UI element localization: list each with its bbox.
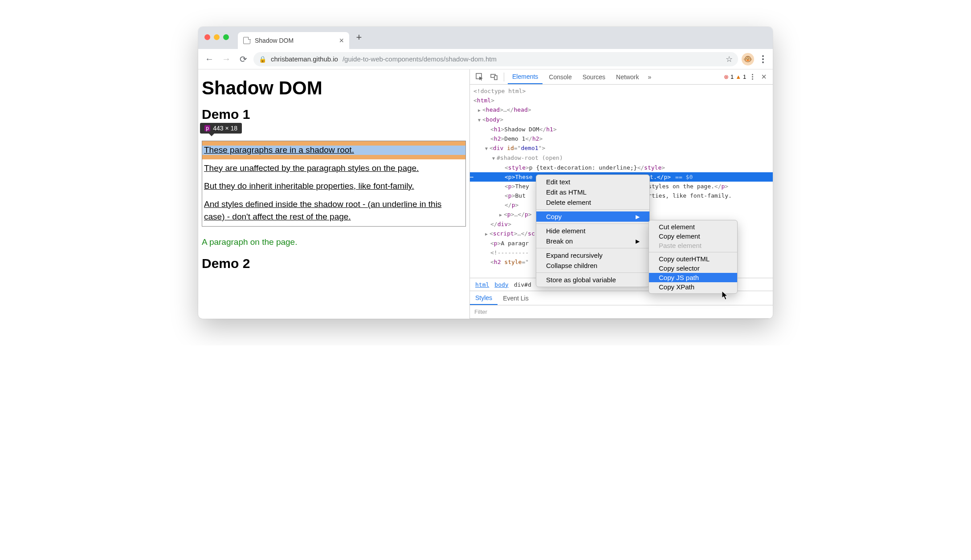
back-button[interactable]: ← — [203, 53, 216, 66]
dom-doctype: <!doctype html> — [473, 88, 526, 94]
browser-menu-button[interactable] — [758, 55, 768, 63]
devtools-tabbar: Elements Console Sources Network » ⊗1 ▲1… — [470, 69, 773, 85]
maximize-window-icon[interactable] — [223, 34, 229, 40]
shadow-paragraph: But they do inherit inheritable properti… — [202, 177, 465, 195]
sub-paste-element: Paste element — [649, 241, 737, 250]
svg-rect-2 — [494, 76, 497, 80]
browser-tab[interactable]: Shadow DOM × — [238, 32, 349, 49]
url-host: chrisbateman.github.io — [271, 55, 338, 63]
ctx-edit-html[interactable]: Edit as HTML — [536, 187, 649, 197]
close-window-icon[interactable] — [204, 34, 210, 40]
shadow-dom-box: These paragraphs are in a shadow root. T… — [202, 141, 466, 227]
warning-icon: ▲ — [735, 73, 741, 80]
sub-copy-selector[interactable]: Copy selector — [649, 264, 737, 273]
styles-tab[interactable]: Styles — [470, 291, 498, 305]
error-count: 1 — [730, 73, 734, 80]
new-tab-button[interactable]: + — [352, 30, 366, 45]
divider — [649, 252, 737, 252]
copy-submenu: Cut element Copy element Paste element C… — [649, 220, 738, 294]
sub-cut-element[interactable]: Cut element — [649, 222, 737, 231]
sub-copy-xpath[interactable]: Copy XPath — [649, 282, 737, 292]
devtools-tab-elements[interactable]: Elements — [508, 69, 543, 84]
element-tooltip: p 443 × 18 — [200, 123, 242, 134]
divider — [536, 272, 649, 273]
devtools-panel: Elements Console Sources Network » ⊗1 ▲1… — [470, 69, 773, 319]
cursor-icon — [722, 291, 728, 300]
titlebar: Shadow DOM × + — [198, 27, 773, 49]
devtools-tabs-overflow[interactable]: » — [645, 73, 654, 81]
divider — [504, 73, 504, 81]
forward-button[interactable]: → — [220, 53, 233, 66]
rendered-page: Shadow DOM Demo 1 p 443 × 18 These parag… — [198, 69, 470, 319]
breadcrumb-item[interactable]: div#d — [514, 281, 531, 288]
devtools-menu-button[interactable] — [748, 74, 757, 80]
breadcrumb-item[interactable]: body — [494, 281, 508, 288]
breadcrumb-item[interactable]: html — [475, 281, 489, 288]
sub-copy-js-path[interactable]: Copy JS path — [649, 273, 737, 282]
tooltip-dimensions: 443 × 18 — [213, 125, 237, 132]
ctx-break-on[interactable]: Break on▶ — [536, 236, 649, 246]
close-tab-icon[interactable]: × — [339, 36, 344, 45]
inspect-icon[interactable] — [473, 71, 486, 83]
toolbar: ← → ⟳ 🔒 chrisbateman.github.io/guide-to-… — [198, 49, 773, 69]
page-h2-demo1: Demo 1 — [202, 107, 466, 122]
tooltip-tag: p — [204, 125, 210, 131]
shadow-paragraph: These paragraphs are in a shadow root. — [202, 141, 465, 159]
tab-title: Shadow DOM — [255, 37, 335, 44]
event-listeners-tab[interactable]: Event Lis — [498, 291, 534, 305]
ctx-delete-element[interactable]: Delete element — [536, 197, 649, 207]
minimize-window-icon[interactable] — [214, 34, 220, 40]
ctx-edit-text[interactable]: Edit text — [536, 177, 649, 187]
sub-copy-element[interactable]: Copy element — [649, 231, 737, 241]
lock-icon: 🔒 — [259, 56, 266, 63]
browser-window: Shadow DOM × + ← → ⟳ 🔒 chrisbateman.gith… — [198, 27, 773, 319]
device-toggle-icon[interactable] — [488, 71, 500, 83]
reload-button[interactable]: ⟳ — [237, 53, 250, 66]
ctx-collapse-children[interactable]: Collapse children — [536, 260, 649, 271]
divider — [536, 223, 649, 224]
address-bar[interactable]: 🔒 chrisbateman.github.io/guide-to-web-co… — [253, 52, 738, 66]
page-h1: Shadow DOM — [202, 77, 466, 99]
devtools-close-button[interactable]: × — [759, 72, 769, 82]
traffic-lights[interactable] — [204, 34, 229, 40]
chevron-right-icon: ▶ — [636, 238, 640, 244]
ctx-expand-recursively[interactable]: Expand recursively — [536, 250, 649, 260]
devtools-counts[interactable]: ⊗1 ▲1 — [724, 73, 746, 80]
devtools-tab-network[interactable]: Network — [612, 69, 643, 84]
context-menu: Edit text Edit as HTML Delete element Co… — [536, 174, 650, 287]
divider — [536, 248, 649, 248]
chevron-right-icon: ▶ — [636, 214, 640, 220]
bookmark-icon[interactable]: ☆ — [726, 54, 733, 64]
url-path: /guide-to-web-components/demos/shadow-do… — [343, 55, 497, 63]
divider — [536, 209, 649, 210]
ctx-copy[interactable]: Copy▶ — [536, 211, 649, 222]
styles-filter[interactable]: Filter — [470, 305, 773, 319]
shadow-paragraph: And styles defined inside the shadow roo… — [202, 195, 465, 226]
devtools-tab-sources[interactable]: Sources — [578, 69, 610, 84]
ctx-store-global[interactable]: Store as global variable — [536, 275, 649, 285]
error-icon: ⊗ — [724, 73, 729, 80]
profile-avatar[interactable]: 🐵 — [742, 53, 754, 65]
sub-copy-outerhtml[interactable]: Copy outerHTML — [649, 254, 737, 264]
page-paragraph: A paragraph on the page. — [202, 237, 466, 256]
devtools-tab-console[interactable]: Console — [544, 69, 576, 84]
warning-count: 1 — [743, 73, 746, 80]
page-h2-demo2: Demo 2 — [202, 256, 466, 271]
page-icon — [243, 37, 250, 44]
shadow-paragraph: They are unaffected by the paragraph sty… — [202, 159, 465, 178]
ctx-hide-element[interactable]: Hide element — [536, 226, 649, 236]
